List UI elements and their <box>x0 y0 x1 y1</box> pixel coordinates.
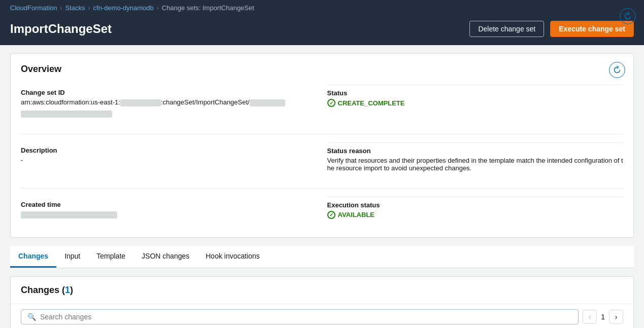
main-content: Overview Change set ID arn:aws:cloudform… <box>0 45 644 328</box>
changes-title-text: Changes <box>21 285 59 295</box>
execution-status-section: Execution status ✓ AVAILABLE <box>327 197 624 227</box>
arn-line: arn:aws:cloudformation:us-east-1::change… <box>21 98 317 106</box>
arn-id-redacted <box>250 99 285 106</box>
created-time-label: Created time <box>21 201 317 208</box>
breadcrumb-current: Change sets: ImportChangeSet <box>162 4 254 12</box>
execution-status-check-icon: ✓ <box>327 211 335 219</box>
arn-prefix: arn:aws:cloudformation:us-east-1: <box>21 98 120 106</box>
arn-redacted-block <box>21 111 112 118</box>
changes-count: 1 <box>65 285 70 295</box>
tab-json-changes[interactable]: JSON changes <box>133 246 197 268</box>
overview-row-1: Change set ID arn:aws:cloudformation:us-… <box>21 85 623 126</box>
overview-row-3: Created time Execution status ✓ AVAILABL… <box>21 188 623 227</box>
status-value: ✓ CREATE_COMPLETE <box>327 99 624 107</box>
status-text: CREATE_COMPLETE <box>338 99 405 107</box>
description-section: Description - <box>21 142 317 180</box>
execution-status-text: AVAILABLE <box>338 211 375 218</box>
top-nav: CloudFormation › Stacks › cfn-demo-dynam… <box>0 0 644 16</box>
description-label: Description <box>21 147 317 154</box>
execution-status-value: ✓ AVAILABLE <box>327 211 624 219</box>
next-page-button[interactable]: › <box>609 310 623 324</box>
tab-template[interactable]: Template <box>88 246 133 268</box>
refresh-icon <box>613 66 621 74</box>
tabs-container: Changes Input Template JSON changes Hook… <box>10 246 634 268</box>
overview-title: Overview <box>21 64 623 75</box>
breadcrumb-sep-3: › <box>157 5 159 12</box>
delete-change-set-button[interactable]: Delete change set <box>469 21 544 37</box>
changes-card-header: Changes (1) <box>11 277 633 304</box>
status-reason-value: Verify that resources and their properti… <box>327 157 624 172</box>
change-set-id-section: Change set ID arn:aws:cloudformation:us-… <box>21 85 317 126</box>
changes-title: Changes (1) <box>21 285 73 296</box>
page-title: ImportChangeSet <box>10 22 112 36</box>
prev-page-button[interactable]: ‹ <box>583 310 597 324</box>
changes-refresh-button[interactable] <box>620 8 636 24</box>
header-actions: Delete change set Execute change set <box>469 21 634 37</box>
pagination: ‹ 1 › <box>583 310 623 324</box>
status-section: Status ✓ CREATE_COMPLETE <box>327 85 624 126</box>
tab-hook-invocations[interactable]: Hook invocations <box>197 246 268 268</box>
breadcrumb-stacks[interactable]: Stacks <box>65 4 85 12</box>
execution-status-label: Execution status <box>327 201 624 209</box>
status-reason-section: Status reason Verify that resources and … <box>327 142 624 180</box>
tab-changes[interactable]: Changes <box>10 246 56 268</box>
status-label: Status <box>327 89 624 97</box>
execute-change-set-button[interactable]: Execute change set <box>550 21 634 37</box>
breadcrumb-stack-name[interactable]: cfn-demo-dynamodb <box>93 4 154 12</box>
search-icon: 🔍 <box>27 313 36 321</box>
created-time-section: Created time <box>21 197 317 227</box>
search-bar: 🔍 ‹ 1 › <box>11 304 633 328</box>
created-time-redacted <box>21 211 117 218</box>
change-set-id-label: Change set ID <box>21 89 317 96</box>
description-value: - <box>21 156 317 164</box>
changes-card: Changes (1) 🔍 ‹ 1 › <box>10 276 634 328</box>
page-number: 1 <box>601 313 605 321</box>
overview-card: Overview Change set ID arn:aws:cloudform… <box>10 53 634 238</box>
status-reason-label: Status reason <box>327 147 624 155</box>
overview-row-2: Description - Status reason Verify that … <box>21 134 623 180</box>
breadcrumb-sep-2: › <box>88 5 90 12</box>
tab-input[interactable]: Input <box>56 246 88 268</box>
arn-path: :changeSet/ImportChangeSet/ <box>161 98 250 106</box>
status-check-icon: ✓ <box>327 99 335 107</box>
changes-refresh-icon <box>624 12 632 20</box>
breadcrumb-cloudformation[interactable]: CloudFormation <box>10 4 57 12</box>
search-input-wrap[interactable]: 🔍 <box>21 309 579 324</box>
search-input[interactable] <box>40 313 572 321</box>
breadcrumb-sep-1: › <box>60 5 62 12</box>
page-header: ImportChangeSet Delete change set Execut… <box>0 16 644 45</box>
overview-refresh-button[interactable] <box>609 62 625 78</box>
arn-account-redacted <box>120 99 161 106</box>
